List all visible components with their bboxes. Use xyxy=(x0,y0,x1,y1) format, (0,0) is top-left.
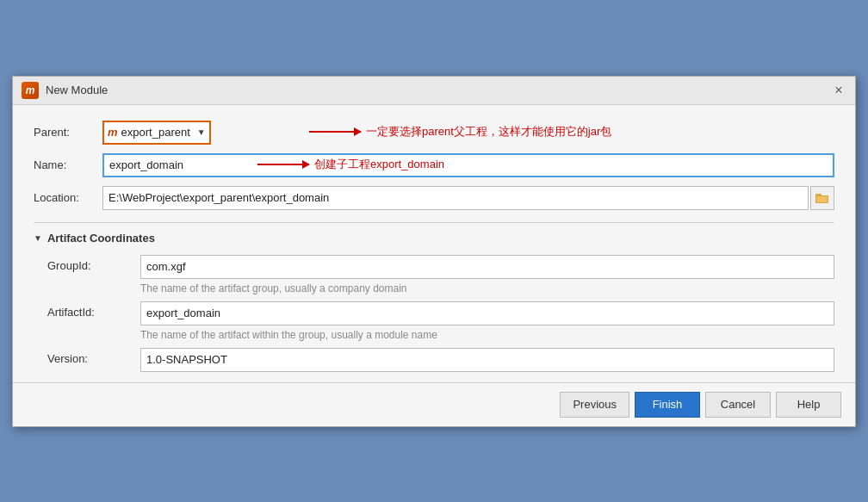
folder-icon xyxy=(815,192,829,204)
new-module-dialog: m New Module × Parent: m export_parent ▼ xyxy=(12,76,856,427)
parent-row: Parent: m export_parent ▼ 一定要选择parent父工程… xyxy=(34,121,834,145)
title-bar: m New Module × xyxy=(13,77,855,105)
finish-button[interactable]: Finish xyxy=(635,392,700,418)
artifactid-hint: The name of the artifact within the grou… xyxy=(140,329,834,341)
help-button[interactable]: Help xyxy=(776,392,841,418)
artifactid-input[interactable] xyxy=(140,301,834,325)
browse-folder-button[interactable] xyxy=(810,186,834,210)
artifactid-label: ArtifactId: xyxy=(47,301,133,319)
svg-rect-2 xyxy=(816,196,828,202)
dialog-content: Parent: m export_parent ▼ 一定要选择parent父工程… xyxy=(13,105,855,382)
maven-icon: m xyxy=(108,126,118,139)
version-input[interactable] xyxy=(140,348,834,372)
name-label: Name: xyxy=(34,158,102,171)
parent-annotation-text: 一定要选择parent父工程，这样才能使用它的jar包 xyxy=(366,124,611,139)
artifact-coordinates-panel: GroupId: The name of the artifact group,… xyxy=(34,255,834,372)
groupid-hint: The name of the artifact group, usually … xyxy=(140,282,834,294)
location-row: Location: xyxy=(34,186,834,210)
groupid-input[interactable] xyxy=(140,255,834,279)
dialog-title: New Module xyxy=(46,84,824,96)
parent-annotation: 一定要选择parent父工程，这样才能使用它的jar包 xyxy=(309,124,611,139)
previous-button[interactable]: Previous xyxy=(560,392,629,418)
dialog-icon: m xyxy=(22,82,39,99)
location-input[interactable] xyxy=(102,186,809,210)
artifact-section-header[interactable]: ▼ Artifact Coordinates xyxy=(34,222,834,245)
cancel-button[interactable]: Cancel xyxy=(705,392,771,418)
location-label: Location: xyxy=(34,191,102,204)
artifact-section-title: Artifact Coordinates xyxy=(47,232,155,245)
close-button[interactable]: × xyxy=(831,83,846,98)
parent-label: Parent: xyxy=(34,126,102,139)
name-row: Name: 创建子工程export_domain xyxy=(34,153,834,177)
parent-select[interactable]: m export_parent ▼ xyxy=(102,121,211,145)
groupid-label: GroupId: xyxy=(47,255,133,272)
parent-select-value: export_parent xyxy=(121,126,190,139)
name-input[interactable] xyxy=(102,153,834,177)
dialog-footer: Previous Finish Cancel Help xyxy=(13,382,855,426)
collapse-arrow-icon: ▼ xyxy=(34,233,42,243)
chevron-down-icon: ▼ xyxy=(197,127,206,137)
version-label: Version: xyxy=(47,348,133,365)
